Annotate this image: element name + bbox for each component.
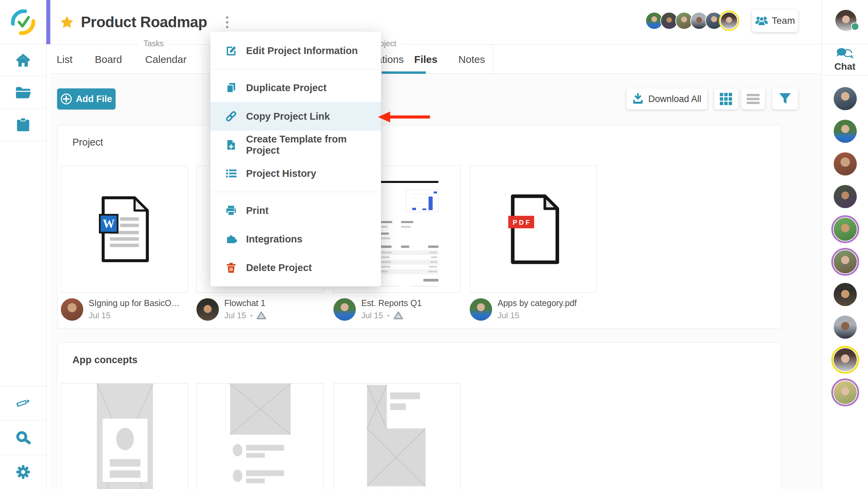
- file-footer: Flowchat 1 Jul 15 •: [196, 298, 324, 321]
- menu-item-copy-project-link[interactable]: Copy Project Link: [210, 102, 381, 131]
- svg-text:P D F: P D F: [513, 219, 530, 226]
- history-icon: [225, 168, 237, 179]
- sidebar-item-projects[interactable]: [0, 77, 46, 109]
- chat-contact-avatar[interactable]: [834, 316, 857, 339]
- wireframe-thumbnail: [61, 384, 188, 489]
- chat-contact-avatar[interactable]: [834, 87, 857, 110]
- file-footer: Apps by category.pdf Jul 15: [470, 298, 597, 321]
- file-date: Jul 15: [89, 311, 110, 320]
- uploader-avatar[interactable]: [196, 298, 219, 321]
- chat-icon: [836, 48, 854, 60]
- google-drive-icon: [257, 311, 266, 320]
- star-icon[interactable]: [60, 16, 73, 28]
- section-title: App concepts: [72, 354, 138, 366]
- team-icon: [755, 16, 768, 26]
- tab-notes[interactable]: Notes: [458, 45, 485, 74]
- menu-item-project-history[interactable]: Project History: [210, 159, 381, 188]
- team-button[interactable]: Team: [752, 10, 798, 32]
- sidebar-item-tasks[interactable]: [0, 109, 46, 141]
- menu-item-create-template-from-project[interactable]: Create Template from Project: [210, 131, 381, 159]
- tab-files-active[interactable]: Files: [414, 45, 437, 74]
- uploader-avatar[interactable]: [470, 298, 492, 321]
- file-name[interactable]: Apps by category.pdf: [498, 298, 577, 308]
- project-member-avatars: [645, 12, 738, 30]
- online-status-dot: [851, 22, 859, 31]
- pencil-icon: [15, 398, 31, 409]
- search-icon: [16, 431, 31, 444]
- menu-divider: [210, 192, 381, 192]
- chat-contact-avatar[interactable]: [834, 120, 857, 143]
- folder-icon: [15, 86, 31, 99]
- word-document-icon: W: [97, 195, 152, 263]
- file-block: W SIgning up for BasicOps .d… Jul 15: [61, 166, 188, 321]
- add-file-button[interactable]: Add File: [57, 88, 116, 109]
- pdf-document-icon: P D F: [505, 193, 562, 265]
- file-block: [196, 383, 324, 489]
- add-file-label: Add File: [76, 94, 112, 104]
- uploader-avatar[interactable]: [333, 298, 356, 321]
- integrations-icon: [225, 233, 237, 245]
- tab-calendar[interactable]: Calendar: [145, 45, 187, 74]
- project-context-menu: Edit Project Information Duplicate Proje…: [210, 32, 381, 286]
- member-avatar-highlighted[interactable]: [720, 12, 738, 30]
- project-menu-button[interactable]: [223, 14, 231, 31]
- download-icon: [632, 93, 644, 105]
- sidebar-item-settings[interactable]: [0, 455, 46, 489]
- left-sidebar: [0, 0, 47, 489]
- plus-circle-icon: [60, 93, 72, 105]
- file-date: Jul 15: [498, 311, 519, 320]
- sidebar-item-compose[interactable]: [0, 386, 46, 420]
- download-all-button[interactable]: Download All: [626, 88, 707, 109]
- file-block: P D F Apps by category.pdf Jul 15: [470, 166, 597, 321]
- grid-view-button[interactable]: [714, 88, 738, 109]
- sidebar-item-search[interactable]: [0, 420, 46, 455]
- menu-item-edit-project-information[interactable]: Edit Project Information: [210, 36, 381, 65]
- google-drive-icon: [394, 311, 403, 320]
- sidebar-item-home[interactable]: [0, 44, 46, 77]
- chat-button[interactable]: Chat: [822, 44, 868, 75]
- trash-icon: [225, 262, 237, 273]
- app-logo[interactable]: [0, 0, 46, 44]
- file-name[interactable]: Est. Reports Q1: [361, 298, 422, 308]
- active-project-accent-bar: [46, 0, 50, 44]
- clipboard-icon: [16, 118, 30, 132]
- menu-item-delete-project[interactable]: Delete Project: [210, 253, 381, 282]
- file-footer: Est. Reports Q1 Jul 15 •: [333, 298, 461, 321]
- file-block: [61, 383, 188, 489]
- file-name[interactable]: Flowchat 1: [224, 298, 266, 308]
- filter-button[interactable]: [772, 88, 798, 109]
- chat-contact-avatar[interactable]: [834, 218, 857, 241]
- annotation-arrow: [378, 111, 432, 123]
- file-card-wireframe[interactable]: [196, 383, 324, 489]
- file-card-pdf[interactable]: P D F: [470, 166, 597, 293]
- menu-item-integrations[interactable]: Integrations: [210, 225, 381, 253]
- list-view-button[interactable]: [741, 88, 765, 109]
- svg-text:W: W: [103, 217, 115, 231]
- wireframe-thumbnail: [334, 384, 461, 489]
- uploader-avatar[interactable]: [61, 298, 83, 321]
- file-card-wireframe[interactable]: [333, 383, 461, 489]
- edit-icon: [225, 45, 237, 56]
- file-card-wireframe[interactable]: [61, 383, 188, 489]
- menu-item-duplicate-project[interactable]: Duplicate Project: [210, 73, 381, 102]
- menu-item-print[interactable]: Print: [210, 196, 381, 225]
- tab-list[interactable]: List: [57, 45, 73, 74]
- chat-contact-avatar[interactable]: [834, 250, 857, 273]
- duplicate-icon: [225, 82, 237, 94]
- file-card-word[interactable]: W: [61, 166, 188, 293]
- grid-view-icon: [720, 93, 732, 105]
- menu-divider: [210, 69, 381, 69]
- app-root: { "header": { "title": "Product Roadmap"…: [0, 0, 868, 489]
- tab-board[interactable]: Board: [95, 45, 122, 74]
- chat-contact-avatar[interactable]: [834, 348, 857, 371]
- chat-contact-avatar[interactable]: [834, 185, 857, 208]
- chat-contact-avatar[interactable]: [834, 152, 857, 175]
- right-sidebar: Chat: [821, 0, 868, 489]
- chat-label: Chat: [834, 61, 855, 72]
- meta-separator: •: [250, 312, 253, 320]
- home-icon: [15, 53, 31, 67]
- chat-contact-avatar[interactable]: [834, 381, 857, 404]
- file-name[interactable]: SIgning up for BasicOps .d…: [89, 298, 184, 308]
- chat-contact-avatar[interactable]: [834, 283, 857, 306]
- report-mini-chart: [406, 190, 438, 212]
